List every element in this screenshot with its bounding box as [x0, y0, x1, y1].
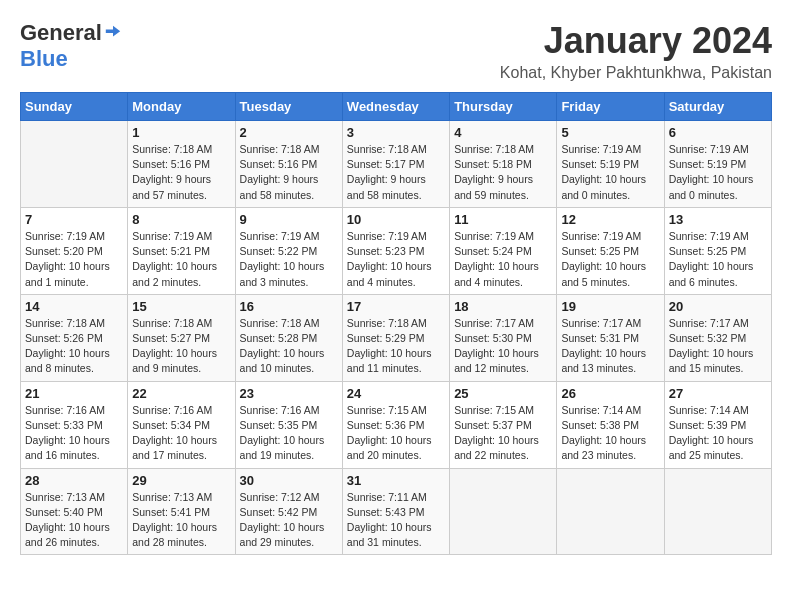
day-number: 6 — [669, 125, 767, 140]
calendar-cell: 22Sunrise: 7:16 AMSunset: 5:34 PMDayligh… — [128, 381, 235, 468]
day-number: 4 — [454, 125, 552, 140]
week-row-5: 28Sunrise: 7:13 AMSunset: 5:40 PMDayligh… — [21, 468, 772, 555]
day-info: Sunrise: 7:19 AMSunset: 5:19 PMDaylight:… — [669, 142, 767, 203]
calendar-cell: 28Sunrise: 7:13 AMSunset: 5:40 PMDayligh… — [21, 468, 128, 555]
day-info: Sunrise: 7:18 AMSunset: 5:18 PMDaylight:… — [454, 142, 552, 203]
day-info: Sunrise: 7:18 AMSunset: 5:16 PMDaylight:… — [132, 142, 230, 203]
day-number: 24 — [347, 386, 445, 401]
calendar-cell: 23Sunrise: 7:16 AMSunset: 5:35 PMDayligh… — [235, 381, 342, 468]
day-number: 29 — [132, 473, 230, 488]
day-info: Sunrise: 7:16 AMSunset: 5:35 PMDaylight:… — [240, 403, 338, 464]
day-info: Sunrise: 7:11 AMSunset: 5:43 PMDaylight:… — [347, 490, 445, 551]
calendar-cell: 12Sunrise: 7:19 AMSunset: 5:25 PMDayligh… — [557, 207, 664, 294]
day-number: 20 — [669, 299, 767, 314]
calendar-cell: 4Sunrise: 7:18 AMSunset: 5:18 PMDaylight… — [450, 121, 557, 208]
day-number: 5 — [561, 125, 659, 140]
day-header-wednesday: Wednesday — [342, 93, 449, 121]
calendar-cell — [664, 468, 771, 555]
day-info: Sunrise: 7:19 AMSunset: 5:24 PMDaylight:… — [454, 229, 552, 290]
calendar-cell: 24Sunrise: 7:15 AMSunset: 5:36 PMDayligh… — [342, 381, 449, 468]
day-number: 18 — [454, 299, 552, 314]
calendar-cell: 3Sunrise: 7:18 AMSunset: 5:17 PMDaylight… — [342, 121, 449, 208]
logo-flag-icon — [104, 24, 122, 42]
day-number: 23 — [240, 386, 338, 401]
calendar-cell: 11Sunrise: 7:19 AMSunset: 5:24 PMDayligh… — [450, 207, 557, 294]
calendar-cell: 9Sunrise: 7:19 AMSunset: 5:22 PMDaylight… — [235, 207, 342, 294]
page-header: General Blue January 2024 Kohat, Khyber … — [20, 20, 772, 82]
calendar-cell: 30Sunrise: 7:12 AMSunset: 5:42 PMDayligh… — [235, 468, 342, 555]
day-info: Sunrise: 7:18 AMSunset: 5:17 PMDaylight:… — [347, 142, 445, 203]
day-info: Sunrise: 7:13 AMSunset: 5:40 PMDaylight:… — [25, 490, 123, 551]
day-number: 30 — [240, 473, 338, 488]
day-info: Sunrise: 7:19 AMSunset: 5:20 PMDaylight:… — [25, 229, 123, 290]
day-info: Sunrise: 7:12 AMSunset: 5:42 PMDaylight:… — [240, 490, 338, 551]
day-number: 19 — [561, 299, 659, 314]
calendar-cell: 21Sunrise: 7:16 AMSunset: 5:33 PMDayligh… — [21, 381, 128, 468]
calendar-cell: 16Sunrise: 7:18 AMSunset: 5:28 PMDayligh… — [235, 294, 342, 381]
day-info: Sunrise: 7:17 AMSunset: 5:32 PMDaylight:… — [669, 316, 767, 377]
calendar-cell: 27Sunrise: 7:14 AMSunset: 5:39 PMDayligh… — [664, 381, 771, 468]
calendar-cell: 19Sunrise: 7:17 AMSunset: 5:31 PMDayligh… — [557, 294, 664, 381]
day-number: 1 — [132, 125, 230, 140]
day-info: Sunrise: 7:19 AMSunset: 5:22 PMDaylight:… — [240, 229, 338, 290]
day-info: Sunrise: 7:19 AMSunset: 5:19 PMDaylight:… — [561, 142, 659, 203]
day-number: 25 — [454, 386, 552, 401]
day-info: Sunrise: 7:18 AMSunset: 5:28 PMDaylight:… — [240, 316, 338, 377]
day-number: 3 — [347, 125, 445, 140]
week-row-1: 1Sunrise: 7:18 AMSunset: 5:16 PMDaylight… — [21, 121, 772, 208]
calendar-cell: 26Sunrise: 7:14 AMSunset: 5:38 PMDayligh… — [557, 381, 664, 468]
day-number: 14 — [25, 299, 123, 314]
calendar-cell: 29Sunrise: 7:13 AMSunset: 5:41 PMDayligh… — [128, 468, 235, 555]
calendar-cell: 20Sunrise: 7:17 AMSunset: 5:32 PMDayligh… — [664, 294, 771, 381]
week-row-3: 14Sunrise: 7:18 AMSunset: 5:26 PMDayligh… — [21, 294, 772, 381]
day-info: Sunrise: 7:18 AMSunset: 5:16 PMDaylight:… — [240, 142, 338, 203]
day-number: 17 — [347, 299, 445, 314]
day-number: 9 — [240, 212, 338, 227]
svg-marker-0 — [106, 26, 120, 37]
day-number: 7 — [25, 212, 123, 227]
day-number: 15 — [132, 299, 230, 314]
day-info: Sunrise: 7:18 AMSunset: 5:27 PMDaylight:… — [132, 316, 230, 377]
calendar-cell: 6Sunrise: 7:19 AMSunset: 5:19 PMDaylight… — [664, 121, 771, 208]
calendar-cell: 15Sunrise: 7:18 AMSunset: 5:27 PMDayligh… — [128, 294, 235, 381]
day-info: Sunrise: 7:16 AMSunset: 5:34 PMDaylight:… — [132, 403, 230, 464]
calendar-cell: 14Sunrise: 7:18 AMSunset: 5:26 PMDayligh… — [21, 294, 128, 381]
day-number: 8 — [132, 212, 230, 227]
calendar-cell: 25Sunrise: 7:15 AMSunset: 5:37 PMDayligh… — [450, 381, 557, 468]
calendar-cell: 8Sunrise: 7:19 AMSunset: 5:21 PMDaylight… — [128, 207, 235, 294]
day-header-monday: Monday — [128, 93, 235, 121]
calendar-title: January 2024 — [500, 20, 772, 62]
calendar-cell — [557, 468, 664, 555]
day-number: 16 — [240, 299, 338, 314]
day-info: Sunrise: 7:17 AMSunset: 5:30 PMDaylight:… — [454, 316, 552, 377]
day-header-friday: Friday — [557, 93, 664, 121]
calendar-cell: 18Sunrise: 7:17 AMSunset: 5:30 PMDayligh… — [450, 294, 557, 381]
day-info: Sunrise: 7:19 AMSunset: 5:21 PMDaylight:… — [132, 229, 230, 290]
day-number: 11 — [454, 212, 552, 227]
day-info: Sunrise: 7:19 AMSunset: 5:25 PMDaylight:… — [669, 229, 767, 290]
day-number: 28 — [25, 473, 123, 488]
week-row-4: 21Sunrise: 7:16 AMSunset: 5:33 PMDayligh… — [21, 381, 772, 468]
day-number: 22 — [132, 386, 230, 401]
calendar-header-row: SundayMondayTuesdayWednesdayThursdayFrid… — [21, 93, 772, 121]
day-info: Sunrise: 7:13 AMSunset: 5:41 PMDaylight:… — [132, 490, 230, 551]
day-info: Sunrise: 7:18 AMSunset: 5:29 PMDaylight:… — [347, 316, 445, 377]
day-number: 27 — [669, 386, 767, 401]
day-number: 12 — [561, 212, 659, 227]
calendar-cell: 7Sunrise: 7:19 AMSunset: 5:20 PMDaylight… — [21, 207, 128, 294]
calendar-cell: 5Sunrise: 7:19 AMSunset: 5:19 PMDaylight… — [557, 121, 664, 208]
title-block: January 2024 Kohat, Khyber Pakhtunkhwa, … — [500, 20, 772, 82]
calendar-cell: 13Sunrise: 7:19 AMSunset: 5:25 PMDayligh… — [664, 207, 771, 294]
day-info: Sunrise: 7:15 AMSunset: 5:36 PMDaylight:… — [347, 403, 445, 464]
calendar-subtitle: Kohat, Khyber Pakhtunkhwa, Pakistan — [500, 64, 772, 82]
day-info: Sunrise: 7:19 AMSunset: 5:23 PMDaylight:… — [347, 229, 445, 290]
day-info: Sunrise: 7:16 AMSunset: 5:33 PMDaylight:… — [25, 403, 123, 464]
day-number: 2 — [240, 125, 338, 140]
calendar-cell: 1Sunrise: 7:18 AMSunset: 5:16 PMDaylight… — [128, 121, 235, 208]
calendar-cell: 2Sunrise: 7:18 AMSunset: 5:16 PMDaylight… — [235, 121, 342, 208]
calendar-cell: 31Sunrise: 7:11 AMSunset: 5:43 PMDayligh… — [342, 468, 449, 555]
day-info: Sunrise: 7:15 AMSunset: 5:37 PMDaylight:… — [454, 403, 552, 464]
logo: General Blue — [20, 20, 122, 72]
day-number: 13 — [669, 212, 767, 227]
day-header-thursday: Thursday — [450, 93, 557, 121]
